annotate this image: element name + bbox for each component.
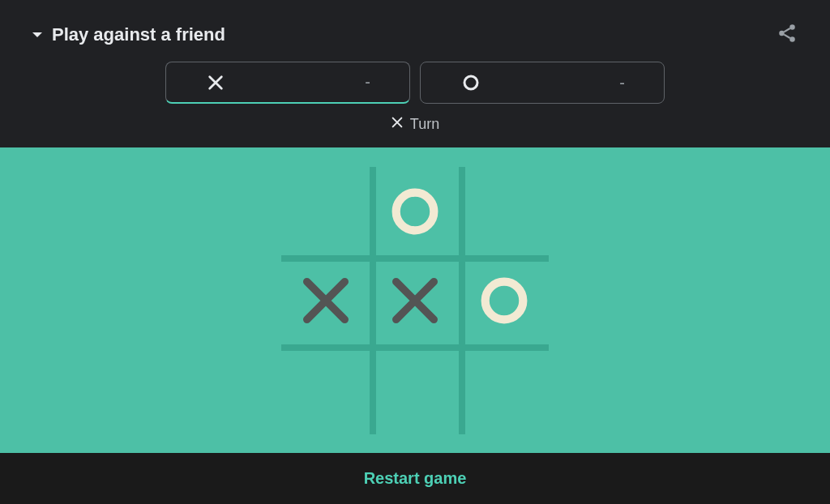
svg-point-1 [779, 31, 785, 36]
cell-4[interactable] [370, 256, 460, 345]
svg-point-2 [789, 36, 795, 42]
share-icon[interactable] [777, 23, 798, 47]
restart-button[interactable]: Restart game [364, 469, 467, 488]
cell-6[interactable] [281, 345, 370, 434]
turn-indicator: Turn [0, 116, 830, 147]
cell-7[interactable] [370, 345, 460, 434]
board-area [0, 147, 830, 453]
turn-mark-icon [391, 116, 404, 133]
footer: Restart game [0, 453, 830, 504]
header: Play against a friend [0, 0, 830, 62]
mode-selector[interactable]: Play against a friend [32, 24, 225, 45]
svg-point-3 [464, 76, 477, 89]
mode-label: Play against a friend [52, 24, 225, 45]
cell-8[interactable] [460, 345, 549, 434]
cell-0[interactable] [281, 167, 370, 256]
caret-down-icon [32, 32, 42, 37]
score-card-o[interactable]: - [420, 62, 665, 104]
score-row: - - [0, 62, 830, 116]
x-icon [207, 74, 225, 92]
o-icon [461, 73, 481, 92]
cell-5[interactable] [460, 256, 549, 345]
score-x-value: - [365, 73, 370, 92]
svg-point-4 [396, 192, 434, 230]
svg-point-0 [789, 24, 795, 30]
cell-3[interactable] [281, 256, 370, 345]
game-container: Play against a friend - - [0, 0, 830, 504]
score-o-value: - [619, 74, 625, 92]
cell-2[interactable] [460, 167, 549, 256]
turn-label: Turn [410, 116, 439, 133]
score-card-x[interactable]: - [165, 62, 410, 104]
cell-1[interactable] [370, 167, 460, 256]
game-board [281, 167, 549, 434]
svg-point-5 [486, 281, 524, 319]
